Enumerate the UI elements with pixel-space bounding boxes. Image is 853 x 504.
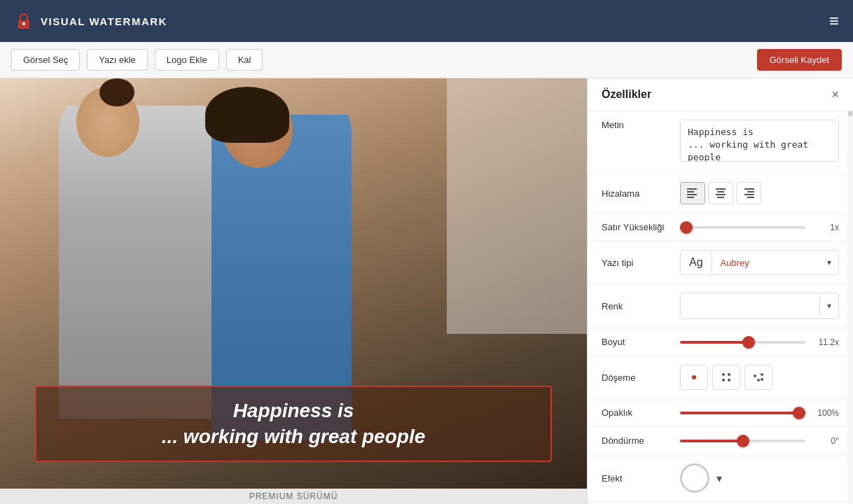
main-area: Happiness is ... working with great peop… <box>0 78 853 504</box>
tiling-label: Döşeme <box>602 372 672 383</box>
canvas-area[interactable]: Happiness is ... working with great peop… <box>0 78 587 504</box>
premium-label: PREMIUM SÜRÜMÜ <box>0 489 587 504</box>
opacity-control: 100% <box>680 408 839 418</box>
line-height-label: Satır Yüksekliği <box>602 222 672 232</box>
svg-rect-10 <box>744 188 754 190</box>
color-label: Renk <box>602 301 672 312</box>
text-control: Happiness is ... working with great peop… <box>680 120 839 164</box>
panel-header: Özellikler × <box>588 78 853 111</box>
tiling-control <box>680 365 839 390</box>
svg-rect-6 <box>716 188 726 190</box>
rotation-value: 0° <box>811 436 839 446</box>
font-dropdown-icon[interactable]: ▾ <box>820 252 838 273</box>
text-input[interactable]: Happiness is ... working with great peop… <box>680 120 839 162</box>
svg-point-17 <box>722 379 725 382</box>
select-image-button[interactable]: Görsel Seç <box>11 49 80 71</box>
svg-rect-13 <box>747 197 754 198</box>
svg-rect-2 <box>687 188 697 190</box>
size-row: Boyut 11.2x <box>588 328 853 356</box>
tiling-row: Döşeme <box>588 356 853 399</box>
size-control: 11.2x <box>680 337 839 347</box>
align-left-button[interactable] <box>680 182 705 204</box>
properties-panel: Özellikler × Metin Happiness is ... work… <box>587 78 853 504</box>
svg-point-19 <box>754 374 756 377</box>
rotation-label: Döndürme <box>602 435 672 446</box>
color-row: Renk ▾ <box>588 284 853 328</box>
font-label: Yazı tipi <box>602 258 672 268</box>
align-center-button[interactable] <box>708 182 733 204</box>
alignment-label: Hizalama <box>602 188 672 199</box>
font-selector[interactable]: Ag Aubrey ▾ <box>680 250 839 275</box>
save-button[interactable]: Görseli Kaydet <box>757 49 842 71</box>
add-shape-button[interactable]: Kal <box>226 49 263 71</box>
rotation-track[interactable] <box>680 440 805 442</box>
opacity-value: 100% <box>811 408 839 418</box>
line-height-row: Satır Yüksekliği 1x <box>588 214 853 241</box>
watermark-line2: ... working with great people <box>53 424 534 449</box>
opacity-track[interactable] <box>680 412 805 414</box>
add-text-button[interactable]: Yazı ekle <box>87 49 148 71</box>
font-row: Yazı tipi Ag Aubrey ▾ <box>588 241 853 284</box>
effect-label: Efekt <box>602 473 672 484</box>
person-right-hair <box>205 87 289 143</box>
watermark-line1: Happiness is <box>53 398 534 424</box>
effect-toggle[interactable] <box>680 463 709 493</box>
tile-single-button[interactable] <box>680 365 708 390</box>
text-row: Metin Happiness is ... working with grea… <box>588 111 853 174</box>
watermark-overlay[interactable]: Happiness is ... working with great peop… <box>35 386 552 462</box>
svg-rect-9 <box>717 197 724 198</box>
size-thumb[interactable] <box>742 336 755 349</box>
toolbar: Görsel Seç Yazı ekle Logo Ekle Kal Görse… <box>0 42 853 78</box>
svg-point-14 <box>692 375 696 379</box>
panel-title: Özellikler <box>602 88 651 101</box>
svg-point-18 <box>728 379 730 382</box>
svg-point-16 <box>728 373 730 376</box>
svg-rect-7 <box>717 191 724 192</box>
tile-scatter-button[interactable] <box>744 365 772 390</box>
svg-rect-4 <box>687 194 697 195</box>
svg-point-21 <box>757 379 760 382</box>
effect-dropdown-icon[interactable]: ▾ <box>716 472 722 485</box>
svg-point-1 <box>22 22 25 25</box>
svg-rect-12 <box>744 194 754 195</box>
panel-scrollbar-track <box>847 78 853 504</box>
line-height-value: 1x <box>811 223 839 232</box>
font-preview-icon: Ag <box>681 251 712 274</box>
size-track[interactable] <box>680 341 805 344</box>
header: VISUAL WATERMARK ≡ <box>0 0 853 42</box>
add-logo-button[interactable]: Logo Ekle <box>155 49 219 71</box>
tile-grid-button[interactable] <box>712 365 740 390</box>
color-swatch[interactable] <box>681 293 819 318</box>
align-right-button[interactable] <box>736 182 761 204</box>
size-label: Boyut <box>602 337 672 347</box>
header-logo: VISUAL WATERMARK <box>14 11 167 31</box>
size-fill <box>680 341 749 344</box>
svg-point-15 <box>722 373 725 376</box>
opacity-fill <box>680 412 805 414</box>
color-dropdown-icon[interactable]: ▾ <box>819 295 838 316</box>
text-field-label: Metin <box>602 120 672 130</box>
svg-rect-3 <box>687 191 694 192</box>
app-title: VISUAL WATERMARK <box>41 15 167 27</box>
rotation-control: 0° <box>680 436 839 446</box>
rotation-thumb[interactable] <box>737 435 749 447</box>
opacity-thumb[interactable] <box>793 407 805 419</box>
line-height-track[interactable] <box>680 226 805 229</box>
line-height-thumb[interactable] <box>680 221 693 234</box>
effect-row: Efekt ▾ <box>588 455 853 502</box>
rotation-fill <box>680 440 743 442</box>
wall-bg <box>447 78 587 334</box>
hamburger-menu[interactable]: ≡ <box>829 11 839 31</box>
lock-icon <box>14 11 34 31</box>
svg-point-20 <box>761 373 763 376</box>
close-button[interactable]: × <box>831 88 839 101</box>
svg-point-22 <box>761 378 763 381</box>
svg-rect-8 <box>716 194 726 195</box>
opacity-label: Opaklık <box>602 407 672 418</box>
font-name-label: Aubrey <box>712 252 820 274</box>
svg-rect-5 <box>687 197 694 198</box>
color-selector[interactable]: ▾ <box>680 293 839 319</box>
alignment-row: Hizalama <box>588 174 853 214</box>
effect-control: ▾ <box>680 463 839 493</box>
alignment-control <box>680 182 839 204</box>
